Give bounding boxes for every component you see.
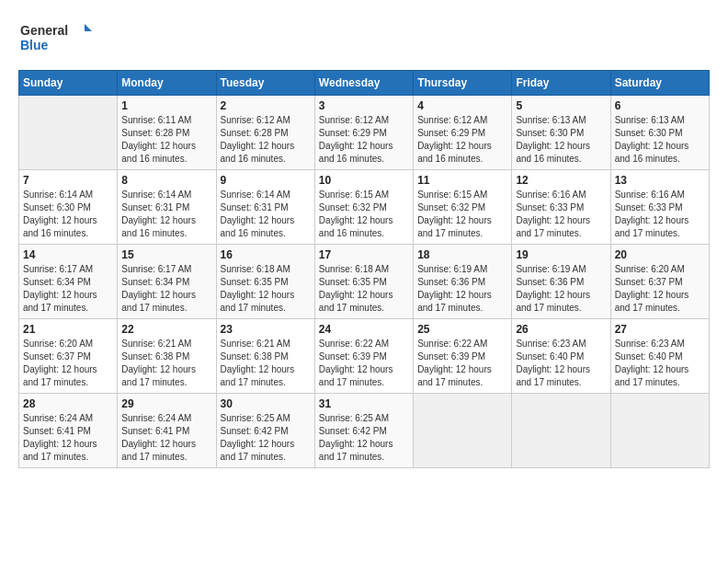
calendar-body: 1Sunrise: 6:11 AMSunset: 6:28 PMDaylight… [19, 96, 710, 468]
header-day-sunday: Sunday [19, 71, 118, 96]
calendar-cell: 18Sunrise: 6:19 AMSunset: 6:36 PMDayligh… [414, 245, 512, 319]
day-info: Sunrise: 6:15 AMSunset: 6:32 PMDaylight:… [319, 189, 409, 240]
day-number: 15 [121, 248, 211, 261]
calendar-week-4: 28Sunrise: 6:24 AMSunset: 6:41 PMDayligh… [19, 394, 710, 468]
calendar-cell: 4Sunrise: 6:12 AMSunset: 6:29 PMDaylight… [414, 96, 512, 170]
day-number: 2 [221, 99, 311, 112]
day-number: 4 [417, 99, 507, 112]
day-info: Sunrise: 6:12 AMSunset: 6:29 PMDaylight:… [417, 114, 507, 166]
logo-svg: General Blue [18, 18, 92, 55]
day-number: 25 [417, 323, 507, 336]
day-info: Sunrise: 6:14 AMSunset: 6:30 PMDaylight:… [23, 189, 113, 240]
calendar-cell: 29Sunrise: 6:24 AMSunset: 6:41 PMDayligh… [118, 394, 216, 468]
header-day-saturday: Saturday [610, 71, 709, 96]
calendar-cell: 6Sunrise: 6:13 AMSunset: 6:30 PMDaylight… [610, 96, 709, 170]
calendar-cell: 5Sunrise: 6:13 AMSunset: 6:30 PMDaylight… [512, 96, 610, 170]
calendar-cell: 13Sunrise: 6:16 AMSunset: 6:33 PMDayligh… [610, 170, 709, 245]
day-info: Sunrise: 6:25 AMSunset: 6:42 PMDaylight:… [221, 412, 311, 464]
calendar-header: SundayMondayTuesdayWednesdayThursdayFrid… [19, 71, 710, 96]
svg-text:General: General [20, 23, 68, 38]
svg-text:Blue: Blue [20, 38, 49, 52]
day-number: 30 [221, 397, 311, 410]
day-number: 9 [221, 174, 311, 187]
day-info: Sunrise: 6:17 AMSunset: 6:34 PMDaylight:… [23, 263, 113, 315]
day-number: 21 [23, 323, 113, 336]
calendar-cell: 14Sunrise: 6:17 AMSunset: 6:34 PMDayligh… [19, 245, 118, 319]
day-number: 13 [615, 174, 705, 187]
day-number: 19 [516, 248, 606, 261]
calendar-cell: 24Sunrise: 6:22 AMSunset: 6:39 PMDayligh… [314, 319, 413, 394]
calendar-cell: 9Sunrise: 6:14 AMSunset: 6:31 PMDaylight… [216, 170, 314, 245]
day-number: 6 [615, 99, 705, 112]
day-info: Sunrise: 6:17 AMSunset: 6:34 PMDaylight:… [121, 263, 211, 315]
header-day-friday: Friday [512, 71, 610, 96]
logo: General Blue [18, 18, 92, 55]
day-info: Sunrise: 6:23 AMSunset: 6:40 PMDaylight:… [516, 338, 606, 389]
day-number: 20 [615, 248, 705, 261]
calendar-cell: 30Sunrise: 6:25 AMSunset: 6:42 PMDayligh… [216, 394, 314, 468]
calendar-cell: 21Sunrise: 6:20 AMSunset: 6:37 PMDayligh… [19, 319, 118, 394]
header-day-tuesday: Tuesday [216, 71, 314, 96]
day-info: Sunrise: 6:25 AMSunset: 6:42 PMDaylight:… [319, 412, 409, 464]
calendar-cell: 19Sunrise: 6:19 AMSunset: 6:36 PMDayligh… [512, 245, 610, 319]
header-row: SundayMondayTuesdayWednesdayThursdayFrid… [19, 71, 710, 96]
calendar-cell: 17Sunrise: 6:18 AMSunset: 6:35 PMDayligh… [314, 245, 413, 319]
calendar-cell [19, 96, 118, 170]
day-number: 5 [516, 99, 606, 112]
day-info: Sunrise: 6:18 AMSunset: 6:35 PMDaylight:… [319, 263, 409, 315]
calendar-cell [414, 394, 512, 468]
day-info: Sunrise: 6:13 AMSunset: 6:30 PMDaylight:… [516, 114, 606, 166]
header-day-thursday: Thursday [414, 71, 512, 96]
day-number: 17 [319, 248, 409, 261]
day-number: 1 [121, 99, 211, 112]
day-number: 11 [417, 174, 507, 187]
calendar-week-3: 21Sunrise: 6:20 AMSunset: 6:37 PMDayligh… [19, 319, 710, 394]
day-info: Sunrise: 6:21 AMSunset: 6:38 PMDaylight:… [121, 338, 211, 389]
calendar-cell [610, 394, 709, 468]
calendar-cell: 10Sunrise: 6:15 AMSunset: 6:32 PMDayligh… [314, 170, 413, 245]
calendar-week-1: 7Sunrise: 6:14 AMSunset: 6:30 PMDaylight… [19, 170, 710, 245]
day-info: Sunrise: 6:23 AMSunset: 6:40 PMDaylight:… [615, 338, 705, 389]
calendar-cell: 25Sunrise: 6:22 AMSunset: 6:39 PMDayligh… [414, 319, 512, 394]
day-number: 18 [417, 248, 507, 261]
page-header: General Blue [18, 18, 710, 55]
day-info: Sunrise: 6:18 AMSunset: 6:35 PMDaylight:… [221, 263, 311, 315]
calendar-cell: 8Sunrise: 6:14 AMSunset: 6:31 PMDaylight… [118, 170, 216, 245]
day-info: Sunrise: 6:22 AMSunset: 6:39 PMDaylight:… [417, 338, 507, 389]
day-info: Sunrise: 6:14 AMSunset: 6:31 PMDaylight:… [221, 189, 311, 240]
svg-marker-2 [85, 24, 92, 31]
day-number: 7 [23, 174, 113, 187]
calendar-cell: 16Sunrise: 6:18 AMSunset: 6:35 PMDayligh… [216, 245, 314, 319]
calendar-cell: 31Sunrise: 6:25 AMSunset: 6:42 PMDayligh… [314, 394, 413, 468]
day-info: Sunrise: 6:16 AMSunset: 6:33 PMDaylight:… [516, 189, 606, 240]
calendar-cell: 12Sunrise: 6:16 AMSunset: 6:33 PMDayligh… [512, 170, 610, 245]
calendar-cell: 23Sunrise: 6:21 AMSunset: 6:38 PMDayligh… [216, 319, 314, 394]
day-info: Sunrise: 6:20 AMSunset: 6:37 PMDaylight:… [23, 338, 113, 389]
day-info: Sunrise: 6:12 AMSunset: 6:28 PMDaylight:… [221, 114, 311, 166]
day-info: Sunrise: 6:16 AMSunset: 6:33 PMDaylight:… [615, 189, 705, 240]
day-info: Sunrise: 6:13 AMSunset: 6:30 PMDaylight:… [615, 114, 705, 166]
calendar-table: SundayMondayTuesdayWednesdayThursdayFrid… [18, 70, 710, 468]
day-number: 3 [319, 99, 409, 112]
day-number: 26 [516, 323, 606, 336]
header-day-monday: Monday [118, 71, 216, 96]
day-info: Sunrise: 6:24 AMSunset: 6:41 PMDaylight:… [121, 412, 211, 464]
day-number: 14 [23, 248, 113, 261]
calendar-cell: 2Sunrise: 6:12 AMSunset: 6:28 PMDaylight… [216, 96, 314, 170]
calendar-cell: 7Sunrise: 6:14 AMSunset: 6:30 PMDaylight… [19, 170, 118, 245]
day-number: 29 [121, 397, 211, 410]
calendar-week-2: 14Sunrise: 6:17 AMSunset: 6:34 PMDayligh… [19, 245, 710, 319]
calendar-cell: 20Sunrise: 6:20 AMSunset: 6:37 PMDayligh… [610, 245, 709, 319]
day-number: 31 [319, 397, 409, 410]
day-info: Sunrise: 6:20 AMSunset: 6:37 PMDaylight:… [615, 263, 705, 315]
day-info: Sunrise: 6:12 AMSunset: 6:29 PMDaylight:… [319, 114, 409, 166]
calendar-cell [512, 394, 610, 468]
day-number: 16 [221, 248, 311, 261]
calendar-cell: 27Sunrise: 6:23 AMSunset: 6:40 PMDayligh… [610, 319, 709, 394]
day-info: Sunrise: 6:21 AMSunset: 6:38 PMDaylight:… [221, 338, 311, 389]
day-info: Sunrise: 6:14 AMSunset: 6:31 PMDaylight:… [121, 189, 211, 240]
day-number: 23 [221, 323, 311, 336]
calendar-cell: 3Sunrise: 6:12 AMSunset: 6:29 PMDaylight… [314, 96, 413, 170]
day-number: 24 [319, 323, 409, 336]
calendar-cell: 22Sunrise: 6:21 AMSunset: 6:38 PMDayligh… [118, 319, 216, 394]
